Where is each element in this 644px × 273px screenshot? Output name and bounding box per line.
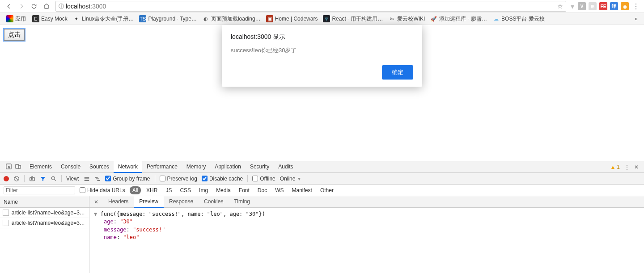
- detail-tab-cookies[interactable]: Cookies: [199, 196, 229, 207]
- alert-title: localhost:3000 显示: [231, 33, 413, 41]
- devtools-tab-network[interactable]: Network: [114, 161, 142, 173]
- bookmark-label: Easy Mock: [41, 16, 68, 22]
- request-name: article-list?name=leo&age=30…: [12, 210, 86, 216]
- filter-input[interactable]: [4, 186, 75, 194]
- site-info-icon[interactable]: ⓘ: [59, 3, 64, 10]
- bookmark-item[interactable]: ✄爱云校WIKI: [386, 14, 428, 24]
- preview-top-line[interactable]: func({message: "success!", name: "leo", …: [100, 211, 265, 217]
- filter-type-ws[interactable]: WS: [272, 186, 286, 194]
- bookmark-label: Playground · Type…: [148, 16, 197, 22]
- bookmark-item[interactable]: ✦Linux命令大全(手册…: [70, 14, 137, 24]
- view-list-icon[interactable]: [84, 176, 90, 182]
- alert-ok-button[interactable]: 确定: [382, 65, 413, 80]
- request-detail-pane: ✕ HeadersPreviewResponseCookiesTiming ▼ …: [89, 196, 644, 273]
- filter-type-js[interactable]: JS: [163, 186, 174, 194]
- extension-icon[interactable]: V: [578, 2, 586, 10]
- bookmark-star-icon[interactable]: ☆: [557, 3, 563, 10]
- reload-button[interactable]: [28, 0, 40, 13]
- capture-screenshot-icon[interactable]: [29, 176, 35, 182]
- url-text: localhost:3000: [66, 3, 106, 10]
- search-icon[interactable]: [51, 176, 57, 182]
- devtools-tab-security[interactable]: Security: [246, 161, 274, 172]
- throttling-select[interactable]: Online▾: [280, 176, 301, 182]
- bookmark-item[interactable]: ◐页面预加载loading…: [199, 14, 263, 24]
- menu-icon[interactable]: ⋮: [632, 2, 640, 11]
- name-column-header[interactable]: Name: [0, 196, 89, 208]
- home-button[interactable]: [40, 0, 53, 13]
- filter-type-media[interactable]: Media: [213, 186, 233, 194]
- devtools-tab-console[interactable]: Console: [56, 161, 85, 172]
- warnings-badge[interactable]: ▲1: [610, 164, 620, 170]
- bookmark-item[interactable]: ⚛React - 用于构建用…: [320, 14, 386, 24]
- filter-type-xhr[interactable]: XHR: [144, 186, 160, 194]
- devtools-tab-audits[interactable]: Audits: [274, 161, 297, 172]
- extensions-area: ▾ V⊞FE译◉ ⋮: [569, 2, 641, 11]
- chevron-down-icon[interactable]: ▾: [571, 2, 574, 11]
- bookmark-favicon: ◐: [202, 15, 209, 22]
- filter-type-doc[interactable]: Doc: [255, 186, 270, 194]
- devtools-close-icon[interactable]: ✕: [634, 164, 639, 170]
- bookmark-label: Linux命令大全(手册…: [82, 15, 134, 23]
- devtools-tab-memory[interactable]: Memory: [182, 161, 210, 172]
- browser-toolbar: ⓘ localhost:3000 ☆ ▾ V⊞FE译◉ ⋮: [0, 0, 644, 13]
- filter-toggle-icon[interactable]: [40, 176, 46, 182]
- bookmark-favicon: E: [32, 15, 39, 22]
- devtools-tab-sources[interactable]: Sources: [85, 161, 114, 172]
- filter-type-css[interactable]: CSS: [177, 186, 194, 194]
- bookmark-item[interactable]: TSPlayground · Type…: [136, 14, 199, 24]
- offline-checkbox[interactable]: Offline: [252, 176, 275, 182]
- extension-icon[interactable]: ⊞: [589, 2, 597, 10]
- bookmark-favicon: ▣: [266, 15, 273, 22]
- bookmark-item[interactable]: ☁BOSS平台-爱云校: [490, 14, 547, 24]
- page-click-button[interactable]: 点击: [4, 29, 25, 41]
- disable-cache-checkbox[interactable]: Disable cache: [202, 176, 243, 182]
- view-waterfall-icon[interactable]: [94, 176, 101, 182]
- filter-type-other[interactable]: Other: [318, 186, 336, 194]
- extension-icon[interactable]: FE: [599, 2, 607, 10]
- group-by-frame-checkbox[interactable]: Group by frame: [105, 176, 150, 182]
- detail-tabs: ✕ HeadersPreviewResponseCookiesTiming: [89, 196, 644, 208]
- apps-button[interactable]: 应用: [4, 14, 29, 24]
- filter-type-img[interactable]: Img: [196, 186, 211, 194]
- extension-icon[interactable]: 译: [610, 2, 618, 10]
- svg-rect-4: [30, 177, 35, 181]
- devtools-tab-performance[interactable]: Performance: [142, 161, 182, 172]
- extension-icon[interactable]: ◉: [621, 2, 629, 10]
- devtools-tab-application[interactable]: Application: [210, 161, 246, 172]
- request-row[interactable]: article-list?name=leo&age=30…: [0, 208, 89, 218]
- hide-data-urls-checkbox[interactable]: Hide data URLs: [80, 187, 125, 193]
- svg-rect-7: [85, 176, 89, 177]
- preview-entry[interactable]: message: "success!": [94, 226, 640, 234]
- preview-entry[interactable]: name: "leo": [94, 234, 640, 241]
- devtools-menu-icon[interactable]: ⋮: [624, 164, 630, 170]
- filter-type-font[interactable]: Font: [236, 186, 252, 194]
- preview-entry[interactable]: age: "30": [94, 218, 640, 226]
- detail-tab-preview[interactable]: Preview: [134, 196, 164, 208]
- bookmark-item[interactable]: ▣Home | Codewars: [263, 14, 321, 24]
- devtools-panel: ElementsConsoleSourcesNetworkPerformance…: [0, 161, 644, 273]
- detail-tab-timing[interactable]: Timing: [229, 196, 255, 207]
- devtools-tab-elements[interactable]: Elements: [25, 161, 56, 172]
- filter-type-manifest[interactable]: Manifest: [289, 186, 315, 194]
- svg-rect-11: [96, 178, 99, 179]
- filter-type-all[interactable]: All: [130, 186, 141, 194]
- request-row[interactable]: article-list?name=leo&age=30…: [0, 218, 89, 228]
- detail-tab-headers[interactable]: Headers: [103, 196, 134, 207]
- bookmark-item[interactable]: 🚀添加远程库 - 廖雪…: [428, 14, 490, 24]
- clear-button[interactable]: [13, 176, 20, 182]
- inspect-icon[interactable]: [5, 163, 12, 171]
- bookmark-item[interactable]: EEasy Mock: [30, 14, 70, 24]
- back-button[interactable]: [3, 0, 15, 13]
- url-bar[interactable]: ⓘ localhost:3000 ☆: [55, 1, 566, 12]
- requests-list: Name article-list?name=leo&age=30…articl…: [0, 196, 89, 273]
- device-icon[interactable]: [15, 163, 21, 171]
- preserve-log-checkbox[interactable]: Preserve log: [160, 176, 197, 182]
- bookmark-label: BOSS平台-爱云校: [501, 15, 545, 23]
- bookmarks-overflow-icon[interactable]: »: [632, 16, 640, 22]
- bookmark-label: 添加远程库 - 廖雪…: [439, 15, 487, 23]
- detail-tab-response[interactable]: Response: [164, 196, 199, 207]
- detail-close-icon[interactable]: ✕: [89, 199, 103, 205]
- bookmark-favicon: ☁: [492, 15, 500, 22]
- record-button[interactable]: [4, 176, 9, 181]
- forward-button[interactable]: [15, 0, 28, 13]
